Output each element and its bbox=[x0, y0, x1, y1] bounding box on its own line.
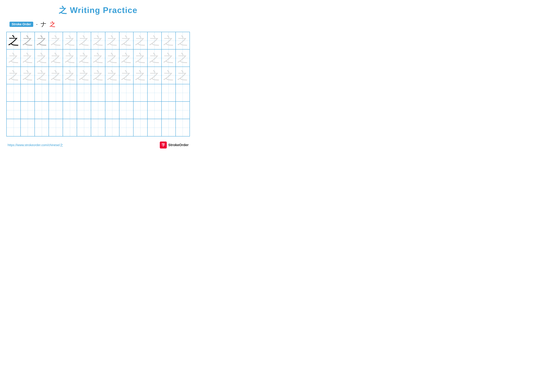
grid-cell-empty[interactable] bbox=[49, 101, 63, 119]
grid-cell-empty[interactable] bbox=[119, 101, 133, 119]
grid-cell-empty[interactable] bbox=[175, 119, 190, 136]
grid-cell-empty[interactable] bbox=[77, 119, 91, 136]
grid-cell-empty[interactable] bbox=[147, 119, 161, 136]
ghost-char: 之 bbox=[135, 53, 146, 64]
grid-cell-empty[interactable] bbox=[147, 101, 161, 119]
grid-cell-empty[interactable] bbox=[63, 101, 77, 119]
grid-cell[interactable]: 之 bbox=[91, 67, 105, 84]
grid-cell-empty[interactable] bbox=[63, 119, 77, 136]
grid-cell[interactable]: 之 bbox=[175, 49, 190, 67]
grid-cell-empty[interactable] bbox=[161, 101, 175, 119]
grid-cell[interactable]: 之 bbox=[161, 67, 175, 84]
grid-cell-empty[interactable] bbox=[63, 84, 77, 101]
grid-cell[interactable]: 之 bbox=[147, 67, 161, 84]
grid-cell[interactable]: 之 bbox=[63, 49, 77, 67]
grid-cell[interactable]: 之 bbox=[49, 67, 63, 84]
grid-cell[interactable]: 之 bbox=[105, 32, 119, 49]
grid-cell-empty[interactable] bbox=[49, 119, 63, 136]
grid-cell-empty[interactable] bbox=[133, 101, 147, 119]
grid-cell[interactable]: 之 bbox=[147, 49, 161, 67]
grid-cell-empty[interactable] bbox=[21, 101, 35, 119]
brand-name: StrokeOrder bbox=[168, 143, 189, 147]
grid-cell-empty[interactable] bbox=[175, 101, 190, 119]
grid-cell-empty[interactable] bbox=[35, 119, 49, 136]
ghost-char: 之 bbox=[37, 35, 47, 46]
grid-cell-empty[interactable] bbox=[91, 84, 105, 101]
grid-cell-empty[interactable] bbox=[91, 101, 105, 119]
grid-cell-empty[interactable] bbox=[35, 101, 49, 119]
grid-cell[interactable]: 之 bbox=[147, 32, 161, 49]
grid-cell[interactable]: 之 bbox=[63, 67, 77, 84]
grid-cell-empty[interactable] bbox=[133, 84, 147, 101]
ghost-char: 之 bbox=[8, 53, 19, 64]
grid-cell-empty[interactable] bbox=[133, 119, 147, 136]
grid-cell-empty[interactable] bbox=[119, 119, 133, 136]
grid-cell[interactable]: 之 bbox=[21, 67, 35, 84]
ghost-char: 之 bbox=[51, 35, 61, 46]
ghost-char: 之 bbox=[37, 53, 47, 64]
grid-cell-empty[interactable] bbox=[7, 84, 21, 101]
footer: https://www.strokeorder.com/chinese/之 字 … bbox=[6, 142, 190, 149]
grid-cell-empty[interactable] bbox=[21, 119, 35, 136]
grid-cell[interactable]: 之 bbox=[21, 32, 35, 49]
grid-cell-empty[interactable] bbox=[77, 101, 91, 119]
grid-cell[interactable]: 之 bbox=[175, 32, 190, 49]
grid-cell[interactable]: 之 bbox=[77, 49, 91, 67]
ghost-char: 之 bbox=[107, 70, 117, 81]
grid-cell[interactable]: 之 bbox=[161, 32, 175, 49]
grid-cell-empty[interactable] bbox=[7, 101, 21, 119]
grid-cell[interactable]: 之 bbox=[49, 32, 63, 49]
grid-cell-example[interactable]: 之 bbox=[7, 32, 21, 49]
grid-cell[interactable]: 之 bbox=[133, 49, 147, 67]
grid-cell[interactable]: 之 bbox=[105, 49, 119, 67]
ghost-char: 之 bbox=[149, 70, 160, 81]
grid-cell[interactable]: 之 bbox=[91, 32, 105, 49]
grid-cell[interactable]: 之 bbox=[119, 49, 133, 67]
ghost-char: 之 bbox=[22, 53, 33, 64]
ghost-char: 之 bbox=[65, 53, 75, 64]
ghost-char: 之 bbox=[177, 53, 188, 64]
ghost-char: 之 bbox=[121, 53, 132, 64]
grid-cell-empty[interactable] bbox=[161, 119, 175, 136]
grid-cell-empty[interactable] bbox=[21, 84, 35, 101]
ghost-char: 之 bbox=[93, 53, 103, 64]
grid-cell[interactable]: 之 bbox=[119, 67, 133, 84]
grid-cell[interactable]: 之 bbox=[105, 67, 119, 84]
grid-cell-empty[interactable] bbox=[105, 84, 119, 101]
grid-cell[interactable]: 之 bbox=[91, 49, 105, 67]
grid-cell-empty[interactable] bbox=[7, 119, 21, 136]
grid-cell-empty[interactable] bbox=[91, 119, 105, 136]
grid-cell-empty[interactable] bbox=[77, 84, 91, 101]
grid-cell-empty[interactable] bbox=[161, 84, 175, 101]
grid-cell-empty[interactable] bbox=[147, 84, 161, 101]
grid-cell[interactable]: 之 bbox=[35, 49, 49, 67]
brand-icon: 字 bbox=[160, 142, 167, 149]
grid-cell[interactable]: 之 bbox=[35, 67, 49, 84]
grid-cell-empty[interactable] bbox=[105, 101, 119, 119]
grid-cell[interactable]: 之 bbox=[49, 49, 63, 67]
footer-url[interactable]: https://www.strokeorder.com/chinese/之 bbox=[7, 143, 63, 147]
grid-cell[interactable]: 之 bbox=[133, 67, 147, 84]
grid-cell-empty[interactable] bbox=[49, 84, 63, 101]
ghost-char: 之 bbox=[65, 70, 75, 81]
ghost-char: 之 bbox=[135, 70, 146, 81]
ghost-char: 之 bbox=[79, 53, 89, 64]
grid-cell[interactable]: 之 bbox=[7, 67, 21, 84]
grid-cell[interactable]: 之 bbox=[161, 49, 175, 67]
grid-cell[interactable]: 之 bbox=[35, 32, 49, 49]
grid-cell-empty[interactable] bbox=[35, 84, 49, 101]
grid-cell-empty[interactable] bbox=[119, 84, 133, 101]
grid-cell[interactable]: 之 bbox=[133, 32, 147, 49]
grid-cell[interactable]: 之 bbox=[7, 49, 21, 67]
grid-cell-empty[interactable] bbox=[105, 119, 119, 136]
ghost-char: 之 bbox=[177, 35, 188, 46]
ghost-char: 之 bbox=[177, 70, 188, 81]
example-char: 之 bbox=[8, 35, 19, 46]
grid-cell[interactable]: 之 bbox=[77, 32, 91, 49]
grid-cell[interactable]: 之 bbox=[77, 67, 91, 84]
grid-cell[interactable]: 之 bbox=[119, 32, 133, 49]
grid-cell[interactable]: 之 bbox=[175, 67, 190, 84]
grid-cell-empty[interactable] bbox=[175, 84, 190, 101]
grid-cell[interactable]: 之 bbox=[63, 32, 77, 49]
grid-cell[interactable]: 之 bbox=[21, 49, 35, 67]
